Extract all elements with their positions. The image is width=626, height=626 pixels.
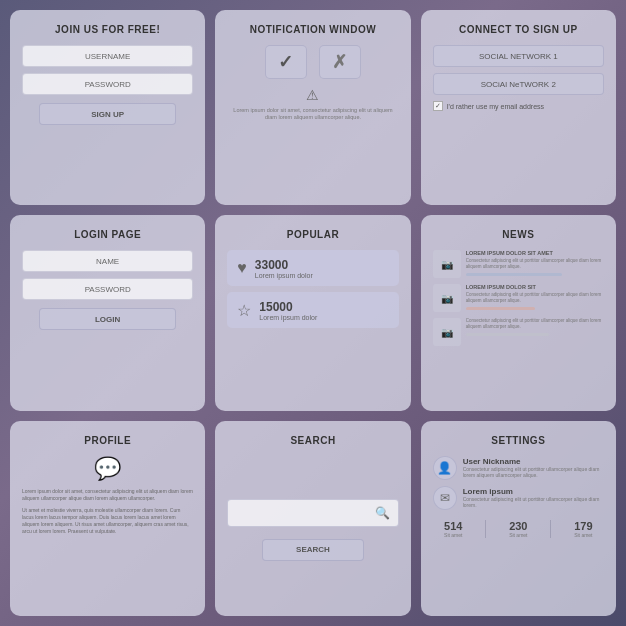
- news-item-1: 📷 LOREM IPSUM DOLOR SIT AMET Consectetur…: [433, 250, 604, 278]
- search-icon: 🔍: [375, 506, 390, 520]
- popular-title: POPULAR: [287, 229, 339, 240]
- profile-text-2: Ut amet et molestie viverra, quis molest…: [22, 507, 193, 535]
- popular-panel: POPULAR ♥ 33000 Lorem ipsum dolor ☆ 1500…: [215, 215, 410, 410]
- email-avatar: ✉: [433, 486, 457, 510]
- stat-3: 179 Sit amet: [574, 520, 592, 538]
- heart-icon: ♥: [237, 259, 247, 277]
- popular-count-1: 33000: [255, 258, 313, 272]
- search-title: SEARCH: [290, 435, 335, 446]
- settings-title: SETTINGS: [491, 435, 545, 446]
- cross-button[interactable]: ✗: [319, 45, 361, 79]
- profile-panel: PROFILE 💬 Lorem ipsum dolor sit amet, co…: [10, 421, 205, 616]
- profile-text-1: Lorem ipsum dolor sit amet, consectetur …: [22, 488, 193, 502]
- login-password-field[interactable]: PASSWORD: [22, 278, 193, 300]
- password-field[interactable]: PASSWORD: [22, 73, 193, 95]
- news-panel: NEWS 📷 LOREM IPSUM DOLOR SIT AMET Consec…: [421, 215, 616, 410]
- news-title: NEWS: [502, 229, 534, 240]
- login-panel: LOGIN PAGE NAME PASSWORD LOGIN: [10, 215, 205, 410]
- login-title: LOGIN PAGE: [74, 229, 141, 240]
- settings-lorem-row: ✉ Lorem ipsum Consectetur adipiscing eli…: [433, 486, 604, 510]
- news-item-3: 📷 Consectetur adipiscing elit ut porttit…: [433, 318, 604, 346]
- mail-icon: ✉: [440, 491, 450, 505]
- notification-text: Lorem ipsum dolor sit amet, consectetur …: [227, 107, 398, 121]
- news-bar-2: [466, 307, 535, 310]
- lorem-title: Lorem ipsum: [463, 487, 604, 496]
- news-thumbnail-2: 📷: [433, 284, 461, 312]
- news-bar-1: [466, 273, 563, 276]
- stat-1-num: 514: [444, 520, 462, 532]
- stat-divider-1: [485, 520, 486, 538]
- popular-label-2: Lorem ipsum dolor: [259, 314, 317, 321]
- camera-icon-1: 📷: [441, 259, 453, 270]
- settings-user-row: 👤 User Nickname Consectetur adipiscing e…: [433, 456, 604, 480]
- social-network-1-button[interactable]: SOCIAL NETWORK 1: [433, 45, 604, 67]
- user-nickname-sub: Consectetur adipiscing elit ut porttitor…: [463, 466, 604, 479]
- search-button[interactable]: SEARCH: [262, 539, 365, 561]
- news-text-1: Consectetur adipiscing elit ut porttitor…: [466, 258, 604, 270]
- news-title-2: LOREM IPSUM DOLOR SIT: [466, 284, 604, 290]
- popular-item-2: ☆ 15000 Lorem ipsum dolor: [227, 292, 398, 328]
- join-panel: JOIN US FOR FREE! USERNAME PASSWORD SIGN…: [10, 10, 205, 205]
- news-bar-3: [466, 333, 549, 336]
- email-option: ✓ I'd rather use my email address: [433, 101, 604, 111]
- signup-button[interactable]: SIGN UP: [39, 103, 176, 125]
- speech-bubble-icon: 💬: [94, 456, 121, 482]
- stat-2-label: Sit amet: [509, 532, 527, 538]
- connect-panel: CONNECT TO SIGN UP SOCIAL NETWORK 1 SOCi…: [421, 10, 616, 205]
- popular-count-2: 15000: [259, 300, 317, 314]
- search-panel: SEARCH 🔍 SEARCH: [215, 421, 410, 616]
- camera-icon-2: 📷: [441, 293, 453, 304]
- news-title-1: LOREM IPSUM DOLOR SIT AMET: [466, 250, 604, 256]
- connect-title: CONNECT TO SIGN UP: [459, 24, 578, 35]
- news-thumbnail-3: 📷: [433, 318, 461, 346]
- star-icon: ☆: [237, 301, 251, 320]
- news-text-2: Consectetur adipiscing elit ut porttitor…: [466, 292, 604, 304]
- stat-2: 230 Sit amet: [509, 520, 527, 538]
- notification-title: NOTIFICATION WINDOW: [250, 24, 377, 35]
- stat-3-num: 179: [574, 520, 592, 532]
- stat-divider-2: [550, 520, 551, 538]
- user-avatar: 👤: [433, 456, 457, 480]
- notif-buttons: ✓ ✗: [265, 45, 361, 79]
- user-nickname: User Nickname: [463, 457, 604, 466]
- notification-panel: NOTIFICATION WINDOW ✓ ✗ ⚠ Lorem ipsum do…: [215, 10, 410, 205]
- news-text-3: Consectetur adipiscing elit ut porttitor…: [466, 318, 604, 330]
- news-item-2: 📷 LOREM IPSUM DOLOR SIT Consectetur adip…: [433, 284, 604, 312]
- search-bar[interactable]: 🔍: [227, 499, 398, 527]
- username-field[interactable]: USERNAME: [22, 45, 193, 67]
- check-button[interactable]: ✓: [265, 45, 307, 79]
- login-button[interactable]: LOGIN: [39, 308, 176, 330]
- stat-3-label: Sit amet: [574, 532, 592, 538]
- popular-label-1: Lorem ipsum dolor: [255, 272, 313, 279]
- settings-stats: 514 Sit amet 230 Sit amet 179 Sit amet: [433, 520, 604, 538]
- name-field[interactable]: NAME: [22, 250, 193, 272]
- email-label: I'd rather use my email address: [447, 103, 544, 110]
- popular-item-1: ♥ 33000 Lorem ipsum dolor: [227, 250, 398, 286]
- profile-title: PROFILE: [84, 435, 131, 446]
- lorem-sub: Consectetur adipiscing elit ut porttitor…: [463, 496, 604, 509]
- settings-panel: SETTINGS 👤 User Nickname Consectetur adi…: [421, 421, 616, 616]
- social-network-2-button[interactable]: SOCiAl NeTWORK 2: [433, 73, 604, 95]
- person-icon: 👤: [437, 461, 452, 475]
- cross-icon: ✗: [332, 51, 347, 73]
- email-checkbox[interactable]: ✓: [433, 101, 443, 111]
- stat-2-num: 230: [509, 520, 527, 532]
- camera-icon-3: 📷: [441, 327, 453, 338]
- check-icon: ✓: [278, 51, 293, 73]
- stat-1-label: Sit amet: [444, 532, 462, 538]
- join-title: JOIN US FOR FREE!: [55, 24, 160, 35]
- stat-1: 514 Sit amet: [444, 520, 462, 538]
- news-thumbnail-1: 📷: [433, 250, 461, 278]
- warning-icon: ⚠: [306, 87, 319, 103]
- search-input[interactable]: [236, 509, 374, 516]
